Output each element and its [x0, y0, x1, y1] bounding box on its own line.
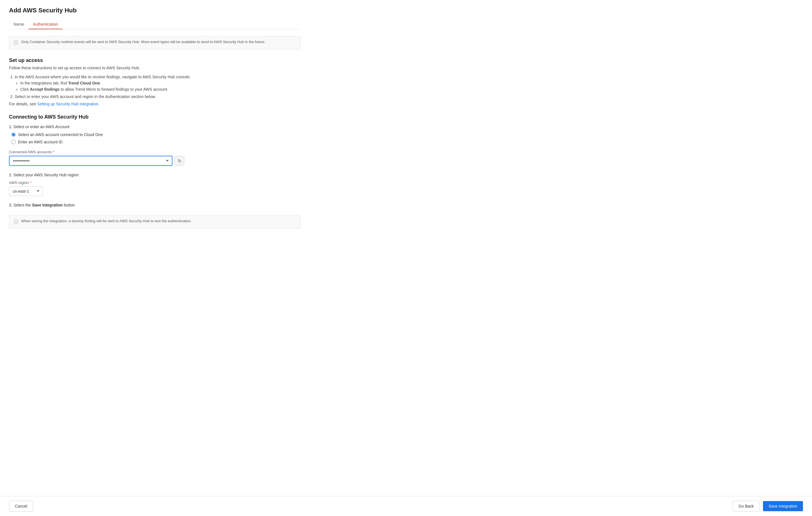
connected-accounts-dropdown[interactable]: •••••••••••• [9, 156, 172, 166]
connected-accounts-label: Connected AWS accounts:* [9, 150, 301, 154]
radio-manual-label: Enter an AWS account ID [18, 140, 62, 144]
radio-manual-input[interactable] [11, 140, 16, 144]
bottom-info-icon: ⓘ [14, 219, 18, 225]
connected-accounts-row: •••••••••••• ↻ [9, 156, 301, 166]
footer: Cancel Go Back Save Integration [0, 496, 812, 516]
region-label: AWS region:* [9, 181, 301, 185]
cancel-button[interactable]: Cancel [9, 501, 33, 512]
info-icon: ⓘ [14, 40, 18, 46]
info-banner-text: Only Container Security runtime events w… [21, 40, 265, 44]
connected-accounts-field: Connected AWS accounts:* •••••••••••• ↻ [9, 150, 301, 166]
bottom-banner-text: When saving the integration, a dummy fin… [21, 219, 192, 223]
step2-section: 2. Select your AWS Security Hub region A… [9, 173, 301, 196]
step2-label: 2. Select your AWS Security Hub region [9, 173, 301, 177]
required-star-accounts: * [53, 150, 54, 154]
save-integration-button[interactable]: Save Integration [763, 501, 803, 511]
bottom-banner: ⓘ When saving the integration, a dummy f… [9, 215, 301, 229]
page-title: Add AWS Security Hub [9, 7, 301, 14]
refresh-button[interactable]: ↻ [175, 156, 184, 165]
radio-connected-account[interactable]: Select an AWS account connected to Cloud… [11, 132, 301, 137]
setup-steps-list: In the AWS Account where you would like … [9, 74, 301, 99]
info-banner: ⓘ Only Container Security runtime events… [9, 36, 301, 50]
connecting-title: Connecting to AWS Security Hub [9, 114, 301, 120]
setup-access-subtitle: Follow these instructions to set up acce… [9, 66, 301, 70]
radio-connected-label: Select an AWS account connected to Cloud… [18, 132, 103, 137]
setup-substeps: In the Integrations tab, find Trend Clou… [14, 81, 301, 92]
region-dropdown[interactable]: us-east-1 us-east-2 us-west-1 us-west-2 … [9, 186, 43, 196]
tab-bar: Name Authentication [9, 20, 301, 29]
step1-label: 1. Select or enter an AWS Account [9, 124, 301, 129]
radio-manual-account[interactable]: Enter an AWS account ID [11, 140, 301, 144]
details-line: For details, see Setting up Security Hub… [9, 102, 301, 106]
setup-step-2: Select or enter your AWS account and reg… [14, 94, 301, 99]
go-back-button[interactable]: Go Back [732, 501, 760, 512]
connecting-section: Connecting to AWS Security Hub 1. Select… [9, 114, 301, 207]
step3-bold: Save Integration [32, 203, 63, 207]
radio-connected-input[interactable] [11, 132, 16, 137]
setup-access-title: Set up access [9, 57, 301, 63]
tab-authentication[interactable]: Authentication [28, 20, 62, 29]
step3-section: 3. Select the Save Integration button [9, 203, 301, 207]
footer-right: Go Back Save Integration [732, 501, 803, 512]
account-radio-group: Select an AWS account connected to Cloud… [9, 132, 301, 144]
setup-substep-1: In the Integrations tab, find Trend Clou… [20, 81, 301, 85]
security-hub-link[interactable]: Setting up Security Hub Integration [37, 102, 98, 106]
setup-step-1: In the AWS Account where you would like … [14, 74, 301, 92]
refresh-icon: ↻ [178, 158, 181, 164]
required-star-region: * [30, 181, 32, 185]
setup-substep-2: Click Accept findings to allow Trend Mic… [20, 87, 301, 92]
tab-name[interactable]: Name [9, 20, 28, 29]
setup-access-section: Set up access Follow these instructions … [9, 57, 301, 106]
